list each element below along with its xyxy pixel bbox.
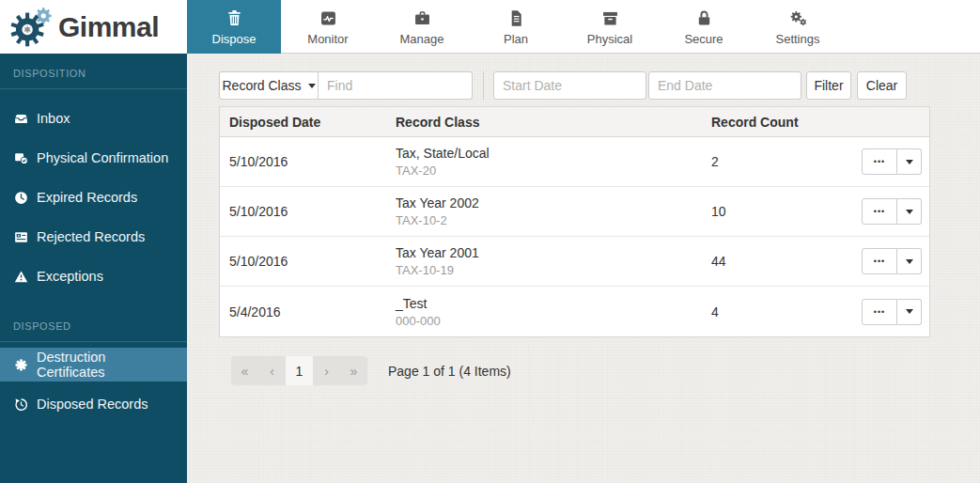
disposed-date-cell: 5/10/2016 <box>220 254 386 269</box>
brand-name: Gimmal <box>58 11 159 43</box>
sidebar-item-rejected-records[interactable]: Rejected Records <box>0 220 187 254</box>
pagination: « ‹ 1 › » Page 1 of 1 (4 Items) <box>231 356 980 385</box>
caret-down-icon <box>906 309 913 314</box>
brand-logo: Gimmal <box>0 0 187 54</box>
tab-monitor[interactable]: Monitor <box>281 0 375 54</box>
table-header-row: Disposed Date Record Class Record Count <box>220 107 929 137</box>
record-class-cell: Tax Year 2001 TAX-10-19 <box>386 245 702 277</box>
pager-controls: « ‹ 1 › » <box>231 356 367 385</box>
divider <box>0 88 187 89</box>
row-dropdown-button[interactable] <box>897 198 922 225</box>
current-page-button[interactable]: 1 <box>286 356 313 385</box>
clear-button[interactable]: Clear <box>857 71 907 100</box>
record-count-cell: 44 <box>702 254 843 269</box>
start-date-input[interactable] <box>493 71 646 100</box>
tab-label: Plan <box>504 32 528 46</box>
end-date-input[interactable] <box>648 71 801 100</box>
record-class-cell: Tax Year 2002 TAX-10-2 <box>386 195 702 227</box>
record-class-label: Record Class <box>222 78 301 93</box>
disposed-date-cell: 5/10/2016 <box>220 154 386 169</box>
history-icon <box>13 397 29 413</box>
app-window: Gimmal Dispose Monitor <box>0 0 980 483</box>
record-class-cell: _Test 000-000 <box>386 296 702 328</box>
document-icon <box>506 8 526 28</box>
record-class-code: TAX-20 <box>396 164 702 178</box>
tab-dispose[interactable]: Dispose <box>187 0 281 54</box>
table-row: 5/10/2016 Tax Year 2002 TAX-10-2 10 ••• <box>220 187 929 237</box>
sidebar-item-expired-records[interactable]: Expired Records <box>0 180 187 214</box>
prev-page-button[interactable]: ‹ <box>258 356 286 385</box>
sidebar-item-label: Physical Confirmation <box>37 150 168 165</box>
box-check-icon <box>13 150 29 166</box>
column-header-disposed-date: Disposed Date <box>220 115 386 130</box>
tab-plan[interactable]: Plan <box>469 0 563 54</box>
divider <box>483 71 484 100</box>
sidebar-item-destruction-certificates[interactable]: Destruction Certificates <box>0 348 187 382</box>
tab-label: Secure <box>684 32 723 46</box>
row-more-button[interactable]: ••• <box>862 148 897 175</box>
row-more-button[interactable]: ••• <box>862 248 897 274</box>
sidebar-item-label: Inbox <box>37 111 70 126</box>
row-dropdown-button[interactable] <box>897 148 922 175</box>
main-content: Record Class Filter Clear Disposed Date … <box>187 54 980 483</box>
record-class-code: TAX-10-2 <box>396 213 702 227</box>
filter-button[interactable]: Filter <box>806 71 851 100</box>
page-summary: Page 1 of 1 (4 Items) <box>388 364 511 379</box>
seal-icon <box>13 357 29 373</box>
column-header-record-count: Record Count <box>702 115 843 130</box>
row-dropdown-button[interactable] <box>897 248 922 274</box>
clock-icon <box>13 190 29 206</box>
row-actions: ••• <box>843 299 929 325</box>
find-input[interactable] <box>319 71 473 100</box>
tab-manage[interactable]: Manage <box>375 0 469 54</box>
divider <box>0 341 187 342</box>
sidebar-item-label: Destruction Certificates <box>37 350 174 380</box>
row-more-button[interactable]: ••• <box>862 198 897 225</box>
row-actions: ••• <box>843 198 929 225</box>
column-header-record-class: Record Class <box>386 115 702 130</box>
row-dropdown-button[interactable] <box>897 299 922 325</box>
sidebar: DISPOSITION Inbox Physical Confirmation <box>0 54 187 483</box>
caret-down-icon <box>906 259 913 264</box>
tab-label: Physical <box>587 32 632 46</box>
record-class-name: Tax Year 2002 <box>396 195 702 210</box>
record-class-cell: Tax, State/Local TAX-20 <box>386 146 702 178</box>
row-more-button[interactable]: ••• <box>862 299 897 325</box>
disposed-date-cell: 5/4/2016 <box>220 304 386 319</box>
record-count-cell: 2 <box>702 154 843 169</box>
sidebar-item-exceptions[interactable]: Exceptions <box>0 259 187 293</box>
record-class-code: TAX-10-19 <box>396 263 702 277</box>
sidebar-item-label: Disposed Records <box>37 397 148 412</box>
sidebar-item-disposed-records[interactable]: Disposed Records <box>0 387 187 421</box>
tab-settings[interactable]: Settings <box>751 0 845 54</box>
tab-label: Monitor <box>307 32 348 46</box>
caret-down-icon <box>906 160 913 164</box>
disposed-date-cell: 5/10/2016 <box>220 204 386 219</box>
trash-icon <box>225 8 244 28</box>
archive-icon <box>600 8 620 28</box>
warning-triangle-icon <box>13 269 29 285</box>
tab-secure[interactable]: Secure <box>657 0 751 54</box>
chevron-down-icon <box>308 84 316 88</box>
record-class-dropdown[interactable]: Record Class <box>219 71 319 100</box>
sidebar-item-inbox[interactable]: Inbox <box>0 101 187 135</box>
briefcase-icon <box>412 8 432 28</box>
sidebar-item-label: Expired Records <box>37 190 137 205</box>
tab-physical[interactable]: Physical <box>563 0 657 54</box>
record-class-name: Tax, State/Local <box>396 146 702 161</box>
caret-down-icon <box>906 210 913 214</box>
gimmal-gears-icon <box>8 4 56 51</box>
tab-label: Settings <box>776 32 820 46</box>
rejected-card-icon <box>13 229 29 245</box>
monitor-icon <box>319 8 338 28</box>
lock-icon <box>694 8 714 28</box>
table-row: 5/10/2016 Tax Year 2001 TAX-10-19 44 ••• <box>220 237 929 287</box>
last-page-button[interactable]: » <box>340 356 367 385</box>
filter-bar: Record Class Filter Clear <box>219 71 930 100</box>
sidebar-item-physical-confirmation[interactable]: Physical Confirmation <box>0 141 187 175</box>
next-page-button[interactable]: › <box>313 356 340 385</box>
row-actions: ••• <box>843 148 929 175</box>
row-actions: ••• <box>843 248 929 274</box>
first-page-button[interactable]: « <box>231 356 258 385</box>
sidebar-section-disposition: DISPOSITION <box>0 66 187 88</box>
